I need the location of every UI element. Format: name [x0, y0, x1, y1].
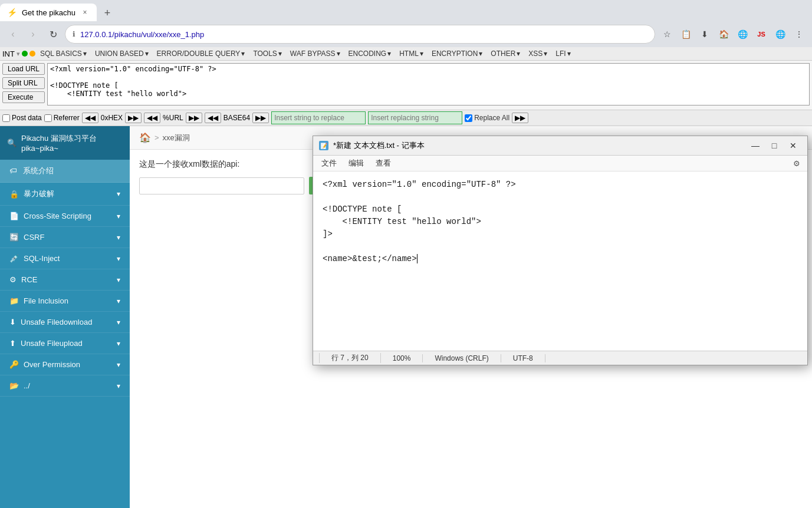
notepad-encoding: UTF-8 [501, 354, 545, 362]
back-button[interactable]: ‹ [5, 26, 21, 42]
green-status-dot [22, 51, 28, 57]
reload-button[interactable]: ↻ [45, 26, 61, 42]
extensions-icon[interactable]: 🌐 [734, 26, 751, 42]
notepad-line7: <name>&test;</name> [323, 254, 417, 263]
profile-icon[interactable]: 🌐 [772, 26, 788, 42]
execute-button[interactable]: Execute [2, 91, 45, 103]
sidebar-item-dotdot[interactable]: 📂../ ▾ [0, 375, 130, 397]
sidebar-item-unsafe-download[interactable]: ⬇Unsafe Filedownload ▾ [0, 312, 130, 333]
sidebar-item-sqli[interactable]: 💉SQL-Inject ▾ [0, 248, 130, 269]
post-data-checkbox[interactable]: Post data [2, 114, 42, 122]
logo-text: Pikachu 漏洞练习平台 pika~pika~ [21, 133, 123, 153]
sidebar-item-rce[interactable]: ⚙RCE ▾ [0, 269, 130, 291]
notepad-file-menu[interactable]: 文件 [315, 156, 343, 171]
union-based-menu[interactable]: UNION BASED [91, 48, 152, 59]
home-icon[interactable]: 🏠 [715, 26, 732, 42]
tools-menu[interactable]: TOOLS [249, 48, 285, 59]
notepad-maximize-button[interactable]: □ [766, 140, 783, 151]
notepad-text-area[interactable]: <?xml version="1.0" encoding="UTF-8" ?> … [313, 171, 807, 351]
hackbar-url-input[interactable]: <?xml version="1.0" encoding="UTF-8" ?> … [47, 63, 810, 105]
hex-encode-left[interactable]: ◀◀ [82, 113, 98, 123]
html-menu[interactable]: HTML [396, 48, 427, 59]
percent-encode-right[interactable]: ▶▶ [186, 113, 202, 123]
notepad-line1: <?xml version="1.0" encoding="UTF-8" ?> [323, 180, 516, 189]
load-url-button[interactable]: Load URL [2, 63, 45, 75]
forward-button[interactable]: › [25, 26, 41, 42]
notepad-edit-menu[interactable]: 编辑 [343, 156, 370, 171]
xss-sidebar-icon: 📄 [9, 212, 19, 220]
percent-label: %URL [163, 114, 183, 122]
xss-arrow: ▾ [117, 212, 120, 220]
notepad-view-menu[interactable]: 查看 [370, 156, 397, 171]
hackbar-int-indicator: INT ▾ [2, 50, 35, 58]
download-icon[interactable]: ⬇ [696, 26, 713, 42]
dotdot-arrow: ▾ [117, 382, 120, 390]
sqli-arrow: ▾ [117, 255, 120, 263]
js-toggle[interactable]: JS [753, 26, 770, 42]
notepad-statusbar: 行 7，列 20 100% Windows (CRLF) UTF-8 [313, 351, 807, 365]
yellow-status-dot [29, 51, 35, 57]
bookmark-star-icon[interactable]: ☆ [659, 26, 675, 42]
sidebar-item-unsafe-upload[interactable]: ⬆Unsafe Fileupload ▾ [0, 333, 130, 354]
other-menu[interactable]: OTHER [487, 48, 524, 59]
sidebar-item-intro[interactable]: 🏷 系统介绍 [0, 160, 130, 183]
replace-arrow-right[interactable]: ▶▶ [512, 113, 528, 123]
rce-arrow: ▾ [117, 276, 120, 284]
sidebar-item-over-permission[interactable]: 🔑Over Permission ▾ [0, 354, 130, 375]
browser-tab[interactable]: ⚡ Get the pikachu × [0, 4, 97, 21]
notepad-line2 [323, 192, 327, 202]
sql-basics-menu[interactable]: SQL BASICS [37, 48, 90, 59]
new-tab-button[interactable]: + [99, 5, 116, 21]
sidebar-item-file-inclusion[interactable]: 📁File Inclusion ▾ [0, 291, 130, 312]
notepad-menu-items: 文件 编辑 查看 [315, 156, 397, 171]
sidebar-item-xss[interactable]: 📄Cross-Site Scripting ▾ [0, 206, 130, 227]
lfi-menu[interactable]: LFI [552, 48, 574, 59]
sidebar-item-csrf[interactable]: 🔄CSRF ▾ [0, 227, 130, 248]
split-url-button[interactable]: Split URL [2, 77, 45, 89]
notepad-close-button[interactable]: ✕ [785, 140, 801, 151]
insert-replace-input[interactable] [271, 111, 366, 124]
unsafe-upload-arrow: ▾ [117, 339, 120, 348]
tab-close-button[interactable]: × [80, 8, 90, 17]
notepad-menubar: 文件 编辑 查看 ⚙ [313, 156, 807, 171]
notepad-window-controls: — □ ✕ [747, 140, 801, 151]
notepad-line5: ]> [323, 229, 333, 239]
notepad-titlebar: 📝 *新建 文本文档.txt - 记事本 — □ ✕ [313, 136, 807, 156]
address-bar[interactable]: ℹ 127.0.0.1/pikachu/vul/xxe/xxe_1.php [65, 25, 655, 44]
base64-encode-right[interactable]: ▶▶ [252, 113, 269, 123]
waf-bypass-menu[interactable]: WAF BYPASS [287, 48, 344, 59]
encryption-menu[interactable]: ENCRYPTION [428, 48, 486, 59]
base64-encode-left[interactable]: ◀◀ [205, 113, 221, 123]
xml-input[interactable] [139, 177, 304, 194]
reading-list-icon[interactable]: 📋 [678, 26, 694, 42]
referrer-check[interactable] [44, 114, 52, 122]
xss-menu[interactable]: XSS [525, 48, 551, 59]
encoding-menu[interactable]: ENCODING [345, 48, 395, 59]
replace-all-checkbox[interactable]: Replace All [465, 114, 509, 122]
bruteforce-icon: 🔒 [9, 190, 19, 199]
sqli-icon: 💉 [9, 254, 19, 263]
referrer-checkbox[interactable]: Referrer [44, 114, 80, 122]
notepad-settings-icon[interactable]: ⚙ [788, 157, 805, 170]
insert-replacing-input[interactable] [368, 111, 462, 124]
notepad-file-icon: 📝 [319, 141, 328, 150]
breadcrumb-separator: > [154, 133, 159, 142]
notepad-window: 📝 *新建 文本文档.txt - 记事本 — □ ✕ 文件 编辑 查看 ⚙ <?… [313, 136, 808, 365]
notepad-title-text: *新建 文本文档.txt - 记事本 [333, 140, 425, 151]
error-double-query-menu[interactable]: ERROR/DOUBLE QUERY [153, 48, 249, 59]
sidebar-item-bruteforce[interactable]: 🔒暴力破解 ▾ [0, 183, 130, 206]
notepad-minimize-button[interactable]: — [747, 140, 764, 151]
security-icon: ℹ [73, 30, 75, 38]
bruteforce-arrow: ▾ [117, 190, 120, 198]
percent-encode-left[interactable]: ◀◀ [144, 113, 160, 123]
hackbar-left-buttons: Load URL Split URL Execute [2, 63, 45, 103]
file-inclusion-icon: 📁 [9, 296, 19, 305]
unsafe-download-icon: ⬇ [9, 318, 16, 326]
menu-icon[interactable]: ⋮ [791, 26, 807, 42]
post-data-check[interactable] [2, 114, 10, 122]
unsafe-upload-icon: ⬆ [9, 339, 16, 348]
replace-all-check[interactable] [465, 114, 472, 122]
breadcrumb-home-icon[interactable]: 🏠 [139, 132, 151, 143]
hex-encode-right[interactable]: ▶▶ [125, 113, 142, 123]
hex-label: 0xHEX [101, 114, 123, 122]
